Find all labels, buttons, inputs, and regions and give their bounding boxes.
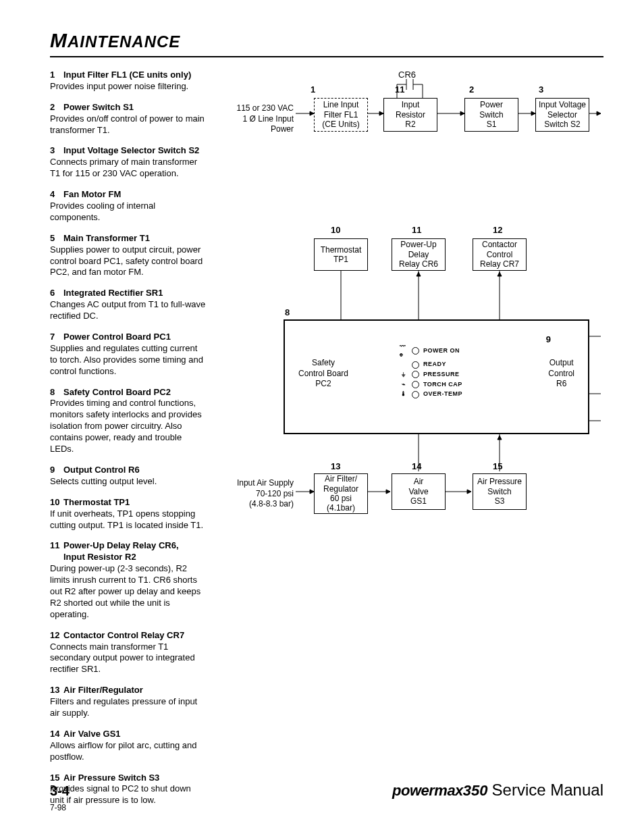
definition-item: 4Fan Motor FMProvides cooling of interna… xyxy=(50,189,207,224)
input-air-label: Input Air Supply70-120 psi(4.8-8.3 bar) xyxy=(216,478,294,510)
num-3: 3 xyxy=(539,84,543,96)
box-air-filter: Air Filter/Regulator60 psi(4.1bar) xyxy=(314,473,368,514)
num-13: 13 xyxy=(331,461,340,473)
definition-item: 6Integrated Rectifier SR1Changes AC outp… xyxy=(50,288,207,322)
brand-350: 350 xyxy=(463,782,488,799)
section-title: MAINTENANCE xyxy=(50,27,603,53)
num-11b: 11 xyxy=(412,225,421,236)
led-row: 🌡OVER-TEMP xyxy=(400,390,462,398)
num-11a: 11 xyxy=(395,84,404,96)
svg-marker-32 xyxy=(386,490,390,494)
page-footer: 3-4 powermax350Service Manual 7-98 xyxy=(50,779,603,814)
svg-marker-17 xyxy=(597,111,601,115)
led-indicator-icon xyxy=(412,391,419,398)
led-row: READY xyxy=(400,361,462,369)
box-thermostat: ThermostatTP1 xyxy=(314,238,368,271)
led-row: ⌁TORCH CAP xyxy=(400,381,462,389)
box-safety-control-board: SafetyControl BoardPC2 〰⊖POWER ONREADY⏚P… xyxy=(284,319,589,434)
safety-board-label: SafetyControl BoardPC2 xyxy=(298,358,348,390)
definition-item: 8Safety Control Board PC2Provides timing… xyxy=(50,387,207,455)
led-icon: ⌁ xyxy=(400,381,408,389)
brand-powermax: powermax xyxy=(392,782,463,799)
svg-marker-20 xyxy=(417,272,421,276)
box-contactor-relay: ContactorControlRelay CR7 xyxy=(473,238,527,271)
box-input-resistor: InputResistorR2 xyxy=(383,98,437,132)
led-icon: 〰⊖ xyxy=(400,343,408,359)
led-icon: 🌡 xyxy=(400,390,408,398)
box-voltage-selector: Input VoltageSelectorSwitch S2 xyxy=(535,98,589,132)
definition-item: 3Input Voltage Selector Switch S2Connect… xyxy=(50,145,207,180)
num-9: 9 xyxy=(546,334,551,346)
definitions-column: 1Input Filter FL1 (CE units only)Provide… xyxy=(50,70,207,816)
led-indicator-icon xyxy=(412,347,419,355)
definition-item: 7Power Control Board PC1Supplies and reg… xyxy=(50,332,207,377)
led-indicator-icon xyxy=(412,371,419,378)
service-manual: Service Manual xyxy=(492,781,603,799)
box-air-pressure-switch: Air PressureSwitchS3 xyxy=(473,473,527,510)
cr6-label: CR6 xyxy=(398,70,416,81)
led-icon: ⏚ xyxy=(400,371,408,379)
input-power-label: 115 or 230 VAC1 Ø Line InputPower xyxy=(216,103,294,135)
led-label: TORCH CAP xyxy=(423,381,462,389)
num-8: 8 xyxy=(285,307,290,319)
block-diagram: CR6 xyxy=(223,70,601,677)
led-list: 〰⊖POWER ONREADY⏚PRESSURE⌁TORCH CAP🌡OVER-… xyxy=(400,341,462,400)
box-power-switch: PowerSwitchS1 xyxy=(464,98,518,132)
led-label: READY xyxy=(423,361,446,369)
led-label: PRESSURE xyxy=(423,371,460,379)
led-row: 〰⊖POWER ON xyxy=(400,343,462,359)
num-14: 14 xyxy=(412,461,421,473)
definition-item: 13Air Filter/RegulatorFilters and regula… xyxy=(50,685,207,719)
box-powerup-delay: Power-UpDelayRelay CR6 xyxy=(392,238,446,271)
box-line-input-filter: Line InputFilter FL1(CE Units) xyxy=(314,98,368,132)
num-12: 12 xyxy=(493,225,502,236)
title-big: M xyxy=(50,29,68,51)
definition-item: 11Power-Up Delay Relay CR6,Input Resisto… xyxy=(50,540,207,620)
page-number: 3-4 xyxy=(50,782,70,800)
box-air-valve: AirValveGS1 xyxy=(392,473,446,510)
led-label: OVER-TEMP xyxy=(423,390,462,398)
footer-date: 7-98 xyxy=(50,803,603,814)
title-rule xyxy=(50,56,603,57)
num-1: 1 xyxy=(311,84,315,96)
led-indicator-icon xyxy=(412,381,419,388)
led-row: ⏚PRESSURE xyxy=(400,371,462,379)
definition-item: 5Main Transformer T1Supplies power to ou… xyxy=(50,233,207,279)
svg-marker-34 xyxy=(467,490,471,494)
led-indicator-icon xyxy=(412,361,419,369)
definition-item: 2Power Switch S1Provides on/off control … xyxy=(50,102,207,136)
definition-item: 10Thermostat TP1If unit overheats, TP1 o… xyxy=(50,497,207,531)
title-rest: AINTENANCE xyxy=(68,32,180,51)
output-control-label: OutputControlR6 xyxy=(548,358,574,390)
num-15: 15 xyxy=(493,461,502,473)
definition-item: 9Output Control R6Selects cutting output… xyxy=(50,465,207,488)
definition-item: 12Contactor Control Relay CR7Connects ma… xyxy=(50,630,207,676)
brand-line: powermax350Service Manual xyxy=(392,779,603,801)
led-label: POWER ON xyxy=(423,347,460,355)
svg-marker-22 xyxy=(498,272,502,276)
num-2: 2 xyxy=(469,84,474,96)
definition-item: 1Input Filter FL1 (CE units only)Provide… xyxy=(50,70,207,93)
definition-item: 14Air Valve GS1Allows airflow for pilot … xyxy=(50,729,207,763)
num-10: 10 xyxy=(331,225,340,236)
svg-marker-28 xyxy=(498,436,502,440)
